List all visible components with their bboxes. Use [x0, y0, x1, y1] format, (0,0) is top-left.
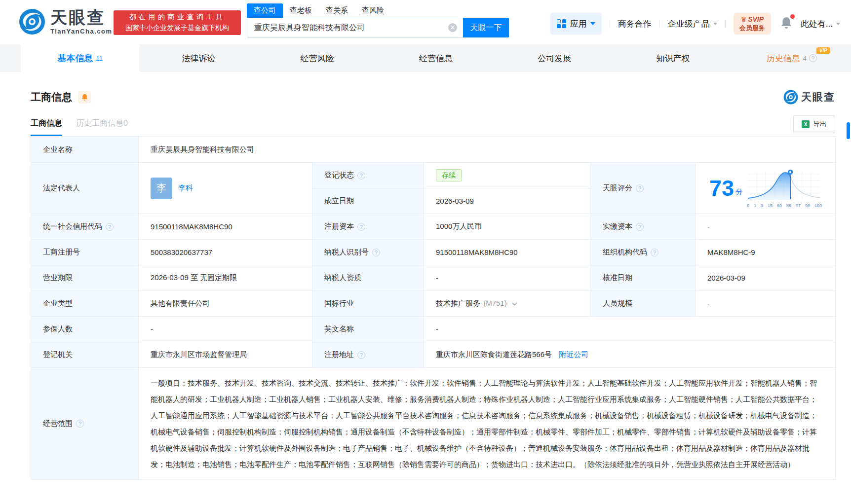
excel-icon: X	[802, 120, 810, 128]
help-icon[interactable]: ?	[651, 249, 658, 256]
help-icon[interactable]: ?	[636, 223, 644, 231]
insured-count-value: -	[139, 317, 312, 342]
tab-label: 历史信息	[767, 53, 800, 64]
legal-rep-cell: 李 李科	[139, 163, 312, 214]
apps-label: 应用	[570, 18, 587, 30]
help-icon[interactable]: ?	[76, 420, 84, 428]
table-row: 工商注册号 500383020637737 纳税人识别号 ? 91500118M…	[31, 240, 836, 265]
help-icon[interactable]: ?	[636, 184, 644, 192]
english-name-value: -	[424, 317, 836, 342]
table-row: 企业类型 其他有限责任公司 国标行业 技术推广服务 (M751) 人员规模 -	[31, 291, 836, 317]
reg-address-value: 重庆市永川区陈食街道莲花路566号	[436, 350, 552, 359]
avatar[interactable]: 李	[151, 178, 172, 199]
apps-button[interactable]: 应用	[550, 13, 602, 35]
est-date-value: 2026-03-09	[424, 188, 591, 214]
table-row: 统一社会信用代码 ? 91500118MAK8M8HC90 注册资本 ? 100…	[31, 214, 836, 240]
search-tab-relation[interactable]: 查关系	[319, 3, 355, 18]
axis-tick: 97	[796, 203, 801, 208]
legal-rep-label: 法定代表人	[31, 163, 139, 214]
help-icon[interactable]: ?	[809, 54, 817, 62]
tab-company-development[interactable]: 公司发展	[495, 44, 614, 72]
subtab-history-business-info[interactable]: 历史工商信息0	[76, 118, 128, 136]
field-label: 注册地址	[324, 350, 354, 360]
tab-label: 经营信息	[419, 53, 453, 64]
scrollbar-thumb[interactable]	[847, 122, 850, 139]
score-unit: 分	[735, 187, 743, 197]
apps-grid-icon	[557, 19, 566, 29]
credit-code-label-cell: 统一社会信用代码 ?	[31, 214, 139, 240]
top-nav: 应用 商务合作 企业级产品 ♛SVIP 会员服务	[550, 12, 840, 36]
taxpayer-id-label-cell: 纳税人识别号 ?	[312, 240, 424, 265]
axis-tick: 15	[768, 203, 773, 208]
notification-bell-button[interactable]	[780, 16, 793, 32]
axis-tick: 3	[761, 203, 763, 208]
field-label: 注册资本	[324, 222, 354, 231]
svip-member-button[interactable]: ♛SVIP 会员服务	[734, 13, 771, 34]
vip-badge: VIP	[816, 47, 830, 54]
company-nav-tabs: 基本信息 11 法律诉讼 经营风险 经营信息 公司发展 知识产权 历史信息 4 …	[0, 44, 851, 72]
logo[interactable]: 天眼查 TianYanCha.com	[19, 8, 113, 35]
paid-capital-label-cell: 实缴资本 ?	[591, 214, 696, 240]
tab-label: 基本信息	[57, 52, 93, 64]
table-row: 营业期限 2026-03-09 至 无固定期限 纳税人资质 - 核准日期 202…	[31, 265, 836, 291]
slogan-badge: 都在用的商业查询工具 国家中小企业发展子基金旗下机构	[114, 10, 241, 35]
business-scope-value: 一般项目：技术服务、技术开发、技术咨询、技术交流、技术转让、技术推广；软件开发；…	[139, 368, 836, 480]
industry-value: 技术推广服务	[436, 299, 480, 307]
help-icon[interactable]: ?	[106, 223, 114, 231]
main-content: 工商信息 天眼查	[0, 90, 851, 480]
tab-operating-risk[interactable]: 经营风险	[258, 44, 377, 72]
legal-rep-link[interactable]: 李科	[178, 183, 193, 193]
business-term-label: 营业期限	[31, 265, 139, 291]
insured-count-label: 参保人数	[31, 317, 139, 342]
reg-capital-value: 1000万人民币	[424, 214, 591, 240]
help-icon[interactable]: ?	[357, 223, 365, 231]
tab-history-info[interactable]: 历史信息 4 ? VIP	[733, 44, 851, 72]
search-input[interactable]	[247, 18, 463, 37]
slogan-line2: 国家中小企业发展子基金旗下机构	[125, 23, 229, 34]
slogan-line1: 都在用的商业查询工具	[129, 12, 226, 23]
english-name-label: 英文名称	[312, 317, 424, 342]
status-badge: 存续	[436, 169, 462, 181]
business-cooperation-link[interactable]: 商务合作	[618, 18, 652, 30]
search-tab-risk[interactable]: 查风险	[355, 3, 391, 18]
tab-legal-proceedings[interactable]: 法律诉讼	[139, 44, 258, 72]
axis-tick: 50	[777, 203, 782, 208]
monitor-bell-button[interactable]	[78, 91, 91, 104]
tab-intellectual-property[interactable]: 知识产权	[614, 44, 732, 72]
table-row: 经营范围 ? 一般项目：技术服务、技术开发、技术咨询、技术交流、技术转让、技术推…	[31, 368, 836, 480]
search-button[interactable]: 天眼一下	[463, 18, 509, 37]
tab-label: 知识产权	[657, 53, 690, 64]
nearby-companies-link[interactable]: 附近公司	[559, 350, 588, 359]
enterprise-products-label: 企业级产品	[668, 18, 710, 30]
approval-date-label: 核准日期	[591, 265, 696, 291]
axis-tick: 1	[754, 203, 756, 208]
paid-capital-value: -	[696, 214, 836, 240]
industry-code: (M751)	[483, 299, 507, 307]
search-tab-company[interactable]: 查公司	[247, 3, 283, 18]
subtab-business-info[interactable]: 工商信息	[31, 118, 62, 136]
help-icon[interactable]: ?	[357, 351, 365, 359]
taxpayer-quality-value: -	[424, 265, 591, 291]
tab-operating-info[interactable]: 经营信息	[377, 44, 495, 72]
account-menu[interactable]: 此处有...	[801, 18, 840, 30]
approval-date-value: 2026-03-09	[696, 265, 836, 291]
chevron-down-icon[interactable]	[512, 302, 517, 306]
tab-basic-info[interactable]: 基本信息 11	[21, 44, 139, 72]
help-icon[interactable]: ?	[357, 172, 365, 180]
field-label: 登记状态	[324, 171, 354, 180]
field-label: 经营范围	[43, 419, 73, 429]
company-name-value: 重庆昊辰具身智能科技有限公司	[139, 137, 836, 163]
table-row: 企业名称 重庆昊辰具身智能科技有限公司	[31, 137, 836, 163]
search-tab-boss[interactable]: 查老板	[283, 3, 319, 18]
industry-value-cell: 技术推广服务 (M751)	[424, 291, 591, 317]
help-icon[interactable]: ?	[372, 249, 380, 256]
notification-dot	[790, 14, 795, 19]
section-title: 工商信息	[31, 90, 72, 104]
clear-icon[interactable]: ✕	[448, 23, 457, 32]
reg-number-label: 工商注册号	[31, 240, 139, 265]
company-type-value: 其他有限责任公司	[139, 291, 312, 317]
enterprise-products-link[interactable]: 企业级产品	[668, 18, 717, 30]
export-button[interactable]: X 导出	[793, 115, 835, 133]
taxpayer-quality-label: 纳税人资质	[312, 265, 424, 291]
search-tabs: 查公司 查老板 查关系 查风险	[247, 3, 509, 18]
